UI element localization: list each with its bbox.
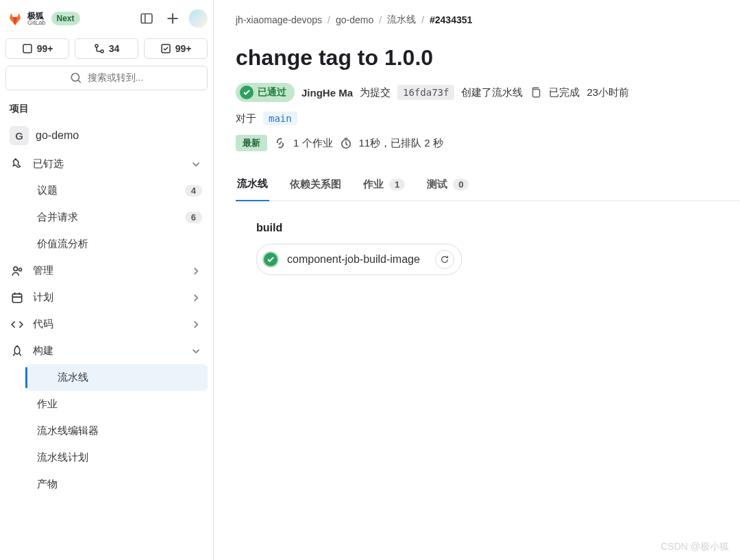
svg-point-7 <box>14 266 18 270</box>
plus-icon <box>166 12 179 25</box>
tanuki-icon <box>7 10 23 27</box>
svg-point-4 <box>101 50 103 53</box>
brand-sub: GitLab <box>27 20 46 26</box>
code-icon <box>11 318 23 331</box>
breadcrumb-item[interactable]: 流水线 <box>387 14 416 26</box>
todo-icon <box>160 43 171 54</box>
svg-rect-0 <box>141 14 152 23</box>
watermark: CSDN @极小狐 <box>661 541 729 553</box>
pin-icon <box>11 158 23 170</box>
mrs-badge: 6 <box>185 212 202 223</box>
search-input[interactable]: 搜索或转到... <box>5 66 208 90</box>
retry-button[interactable] <box>435 250 454 269</box>
issues-badge: 4 <box>185 185 202 196</box>
svg-point-3 <box>95 44 98 47</box>
tabs: 流水线 依赖关系图 作业 1 测试 0 <box>236 170 740 201</box>
nav-manage[interactable]: 管理 <box>5 257 208 284</box>
users-icon <box>11 265 23 277</box>
chevron-down-icon <box>190 345 202 357</box>
project-initial: G <box>10 126 29 145</box>
job-name: component-job-build-image <box>287 253 420 266</box>
chevron-right-icon <box>190 265 202 277</box>
svg-rect-9 <box>12 294 22 302</box>
commit-sha[interactable]: 16fda73f <box>397 85 454 100</box>
tests-tab-badge: 0 <box>453 179 469 190</box>
job-pill[interactable]: component-job-build-image <box>256 244 462 275</box>
mr-count: 34 <box>109 43 120 54</box>
author-name[interactable]: JingHe Ma <box>301 87 353 99</box>
mr-stat-button[interactable]: 34 <box>75 38 138 59</box>
pinned-label: 已钉选 <box>33 157 64 170</box>
duration-text: 11秒，已排队 2 秒 <box>359 137 443 150</box>
branch-chip[interactable]: main <box>263 112 297 125</box>
nav-plan[interactable]: 计划 <box>5 284 208 311</box>
nav-build-editor[interactable]: 流水线编辑器 <box>32 418 208 444</box>
finished-label: 已完成 <box>549 86 580 99</box>
panel-icon <box>140 12 153 25</box>
issue-icon <box>22 43 33 54</box>
svg-point-6 <box>71 73 79 81</box>
nav-code[interactable]: 代码 <box>5 311 208 338</box>
search-icon <box>70 72 82 84</box>
gitlab-logo[interactable]: 极狐 GitLab <box>7 10 46 27</box>
pinned-toggle[interactable]: 已钉选 <box>5 151 208 177</box>
svg-rect-2 <box>23 44 32 53</box>
svg-point-8 <box>18 268 21 270</box>
project-row[interactable]: G go-demo <box>5 120 208 151</box>
breadcrumb-item[interactable]: go-demo <box>336 14 373 25</box>
check-icon <box>240 86 254 99</box>
project-name: go-demo <box>36 129 79 142</box>
nav-build-schedules[interactable]: 流水线计划 <box>32 444 208 471</box>
chevron-right-icon <box>190 318 202 331</box>
next-badge: Next <box>51 12 80 25</box>
issues-stat-button[interactable]: 99+ <box>5 38 69 59</box>
breadcrumb: jh-xiaomage-devops/ go-demo/ 流水线/ #24343… <box>236 14 740 26</box>
jobs-tab-badge: 1 <box>389 179 405 190</box>
copy-icon[interactable] <box>530 86 542 99</box>
tab-pipeline[interactable]: 流水线 <box>236 170 269 201</box>
breadcrumb-current: #2434351 <box>430 14 472 25</box>
issues-count: 99+ <box>37 43 53 54</box>
pinned-item-mrs[interactable]: 合并请求 6 <box>32 204 208 231</box>
tab-tests[interactable]: 测试 0 <box>426 170 470 201</box>
stage-title: build <box>256 222 740 234</box>
pinned-item-issues[interactable]: 议题 4 <box>32 177 208 204</box>
chevron-down-icon <box>190 158 202 170</box>
todos-count: 99+ <box>175 43 192 54</box>
nav-build-pipelines[interactable]: 流水线 <box>26 364 208 391</box>
retry-icon <box>440 255 449 264</box>
sidebar-toggle-button[interactable] <box>136 8 157 29</box>
brand-name: 极狐 <box>27 12 46 20</box>
tab-jobs[interactable]: 作业 1 <box>362 170 406 201</box>
nav-build-artifacts[interactable]: 产物 <box>32 471 208 498</box>
finished-ago: 23小时前 <box>587 86 629 99</box>
tab-needs[interactable]: 依赖关系图 <box>288 170 343 201</box>
user-avatar[interactable] <box>188 9 208 28</box>
calendar-icon <box>11 292 23 304</box>
pinned-item-vsa[interactable]: 价值流分析 <box>32 231 208 257</box>
jobs-count-label: 1 个作业 <box>293 137 333 150</box>
link-icon <box>274 137 286 149</box>
merge-icon <box>94 43 105 54</box>
create-button[interactable] <box>162 8 183 29</box>
chevron-right-icon <box>190 292 202 304</box>
svg-rect-10 <box>533 90 540 97</box>
search-placeholder: 搜索或转到... <box>88 72 144 84</box>
clock-icon <box>340 137 352 149</box>
todos-stat-button[interactable]: 99+ <box>144 38 208 59</box>
nav-build[interactable]: 构建 <box>5 338 208 364</box>
breadcrumb-item[interactable]: jh-xiaomage-devops <box>236 14 322 25</box>
page-title: change tag to 1.0.0 <box>236 45 740 71</box>
nav-build-jobs[interactable]: 作业 <box>32 391 208 418</box>
status-badge: 已通过 <box>236 83 295 102</box>
job-status-icon <box>262 251 279 268</box>
rocket-icon <box>11 345 23 357</box>
latest-badge: 最新 <box>236 135 267 151</box>
projects-section-title: 项目 <box>10 103 208 115</box>
